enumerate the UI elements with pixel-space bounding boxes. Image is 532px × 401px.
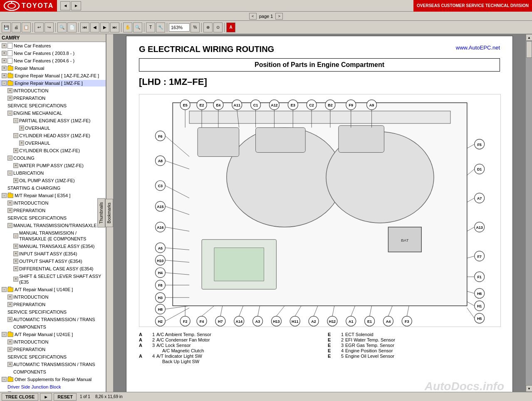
doc-button[interactable]: 📄 — [67, 22, 77, 32]
pan-button[interactable]: ✋ — [123, 22, 132, 32]
svg-text:A5: A5 — [158, 246, 163, 250]
last-page-button[interactable]: ⏭ — [110, 22, 119, 32]
sidebar-item-other-supplements[interactable]: - Other Supplements for Repair Manual — [0, 376, 106, 383]
sidebar-item-shift-lever[interactable]: +SHIFT & SELECT LEVER SHAFT ASSY (E35 — [0, 272, 106, 286]
sidebar-item-engine-1az[interactable]: + Engine Repair Manual [ 1AZ-FE,2AZ-FE ] — [0, 72, 106, 79]
toolbar-separator-2 — [55, 23, 56, 32]
find-button[interactable]: 🔍 — [57, 22, 67, 32]
legend-num: 4 — [149, 354, 155, 359]
sidebar-item-service-specs[interactable]: SERVICE SPECIFICATIONS — [0, 102, 106, 109]
legend-item: E 2 EFI Water Temp. Sensor — [328, 337, 500, 342]
scroll-thumb[interactable] — [526, 41, 532, 58]
svg-line-127 — [467, 144, 475, 149]
sidebar-item-mt-assy[interactable]: +MANUAL TRANSAXLE ASSY (E354) — [0, 243, 106, 250]
svg-text:BAT: BAT — [401, 238, 409, 243]
adobe-button[interactable]: A — [226, 22, 235, 32]
arrow-button[interactable]: ► — [40, 393, 52, 401]
sidebar-item-diff-case[interactable]: +DIFFERENTIAL CASE ASSY (E354) — [0, 265, 106, 272]
sidebar-item-auto-trans2[interactable]: +AUTOMATIC TRANSMISSION / TRANS — [0, 361, 106, 368]
tree-close-button[interactable]: TREE CLOSE — [2, 393, 38, 401]
item-label: PREPARATION — [13, 347, 45, 352]
sidebar-item-mt-components[interactable]: -MANUAL TRANSMISSION / TRANSAXLE (E COMP… — [0, 229, 106, 243]
sidebar-item-at2-service[interactable]: SERVICE SPECIFICATIONS — [0, 353, 106, 361]
sidebar-item-engine-1mz[interactable]: - Engine Repair Manual [ 1MZ-FE ] — [0, 79, 106, 87]
full-screen-button[interactable]: ⊙ — [213, 22, 223, 32]
sidebar-item-manual-trans[interactable]: -MANUAL TRANSMISSION/TRANSAXLE — [0, 222, 106, 229]
sidebar-item-mt-intro[interactable]: +INTRODUCTION — [0, 199, 106, 207]
sidebar-item-starting[interactable]: STARTING & CHARGING — [0, 184, 106, 192]
sidebar-item-water-pump[interactable]: + WATER PUMP ASSY (1MZ-FE) — [0, 162, 106, 169]
scroll-up-button[interactable]: ▲ — [526, 34, 532, 41]
page-next-button[interactable]: > — [275, 13, 283, 20]
next-page-button-tb[interactable]: ▶ — [100, 22, 109, 32]
item-label: CYLINDER BLOCK (1MZ-FE) — [19, 148, 80, 153]
svg-rect-100 — [256, 128, 306, 153]
sidebar-item-new-car[interactable]: + New Car Features — [0, 42, 106, 50]
legend-item: A 3 A/C Lock Sensor — [139, 343, 311, 348]
autoepc-link[interactable]: www.AutoEPC.net — [456, 45, 500, 51]
svg-text:B2: B2 — [328, 103, 332, 107]
sidebar-item-new-car-2004[interactable]: + New Car Features ( 2004.6 - ) — [0, 57, 106, 64]
right-scrollbar[interactable]: ▲ ▼ — [525, 34, 532, 392]
scroll-down-button[interactable]: ▼ — [526, 385, 532, 392]
page-layout-button[interactable]: ⊕ — [203, 22, 213, 32]
reset-button[interactable]: RESET — [54, 393, 77, 401]
scroll-track[interactable] — [526, 41, 532, 385]
sidebar-item-at2-intro[interactable]: +INTRODUCTION — [0, 338, 106, 346]
sidebar-item-engine-mechanical[interactable]: - ENGINE MECHANICAL — [0, 109, 106, 117]
save-button[interactable]: 💾 — [2, 22, 11, 32]
nav-back-button[interactable]: ◄ — [60, 1, 70, 10]
sidebar-item-ewd[interactable]: - Electrical Wiring Diagram — [0, 391, 106, 392]
nav-fwd-button[interactable]: ► — [71, 1, 81, 10]
sidebar-item-at2-components[interactable]: COMPONENTS — [0, 368, 106, 376]
expand-icon: - — [2, 81, 7, 86]
undo-button[interactable]: ↩ — [35, 22, 44, 32]
sidebar-item-overhaul1[interactable]: + OVERHAUL — [0, 124, 106, 132]
sidebar-item-cooling[interactable]: - COOLING — [0, 154, 106, 162]
svg-line-143 — [314, 306, 318, 316]
copy-button[interactable]: 📋 — [22, 22, 31, 32]
sidebar-item-at-intro[interactable]: +INTRODUCTION — [0, 293, 106, 301]
sidebar-item-output-shaft[interactable]: +OUTPUT SHAFT ASSY (E354) — [0, 257, 106, 265]
sidebar-item-overhaul2[interactable]: + OVERHAUL — [0, 139, 106, 147]
sidebar-item-introduction[interactable]: + INTRODUCTION — [0, 87, 106, 94]
text-tool-button[interactable]: T — [146, 22, 155, 32]
page-prev-button[interactable]: < — [249, 13, 257, 20]
prev-page-button[interactable]: ◀ — [90, 22, 99, 32]
sidebar-item-cylinder-block[interactable]: + CYLINDER BLOCK (1MZ-FE) — [0, 147, 106, 154]
sidebar-item-lubrication[interactable]: - LUBRICATION — [0, 169, 106, 177]
sidebar-item-mt-prep[interactable]: +PREPARATION — [0, 207, 106, 214]
sidebar-item-input-shaft[interactable]: +INPUT SHAFT ASSY (E354) — [0, 250, 106, 257]
sidebar-item-at-u140[interactable]: - A/T Repair Manual [ U140E ] — [0, 286, 106, 293]
sidebar-item-partial-engine[interactable]: - PARTIAL ENGINE ASSY (1MZ-FE) — [0, 117, 106, 124]
legend-key: A — [139, 332, 149, 337]
bookmarks-tab[interactable]: Bookmarks — [105, 199, 113, 227]
sidebar-item-cylinder-head[interactable]: - CYLINDER HEAD ASSY (1MZ-FE) — [0, 132, 106, 139]
sidebar-item-mt-repair[interactable]: - M/T Repair Manual [ E354 ] — [0, 192, 106, 199]
sidebar-item-at-components[interactable]: COMPONENTS — [0, 323, 106, 331]
sidebar-item-at-prep[interactable]: +PREPARATION — [0, 301, 106, 308]
sidebar-item-driver-junction[interactable]: Driver Side Junction Block — [0, 383, 106, 391]
sidebar-item-mt-service[interactable]: SERVICE SPECIFICATIONS — [0, 214, 106, 222]
sidebar-item-oil-pump[interactable]: + OIL PUMP ASSY (1MZ-FE) — [0, 177, 106, 184]
sidebar-item-at-service[interactable]: SERVICE SPECIFICATIONS — [0, 308, 106, 316]
settings-button[interactable]: 🔧 — [156, 22, 165, 32]
sidebar-item-preparation[interactable]: + PREPARATION — [0, 94, 106, 102]
zoom-percent-button[interactable]: % — [191, 22, 200, 32]
redo-button[interactable]: ↪ — [45, 22, 54, 32]
sidebar-item-at-u241[interactable]: - A/T Repair Manual [ U241E ] — [0, 331, 106, 338]
zoom-in-button[interactable]: 🔍 — [133, 22, 142, 32]
sidebar-item-at2-prep[interactable]: +PREPARATION — [0, 346, 106, 353]
sidebar-item-repair[interactable]: + Repair Manual — [0, 64, 106, 72]
thumbnails-tab[interactable]: Thumbnails — [97, 198, 105, 228]
print-button[interactable]: 🖨 — [12, 22, 21, 32]
first-page-button[interactable]: ⏮ — [80, 22, 89, 32]
svg-text:H11: H11 — [292, 319, 298, 324]
sidebar-item-new-car-2003[interactable]: + New Car Features ( 2003.8 - ) — [0, 50, 106, 57]
svg-text:H4: H4 — [158, 271, 163, 275]
sidebar-item-auto-trans[interactable]: +AUTOMATIC TRANSMISSION / TRANS — [0, 316, 106, 323]
svg-text:E2: E2 — [200, 103, 204, 107]
item-label: Driver Side Junction Block — [7, 384, 61, 390]
item-label: Electrical Wiring Diagram — [15, 391, 66, 392]
svg-text:A3: A3 — [255, 319, 260, 324]
